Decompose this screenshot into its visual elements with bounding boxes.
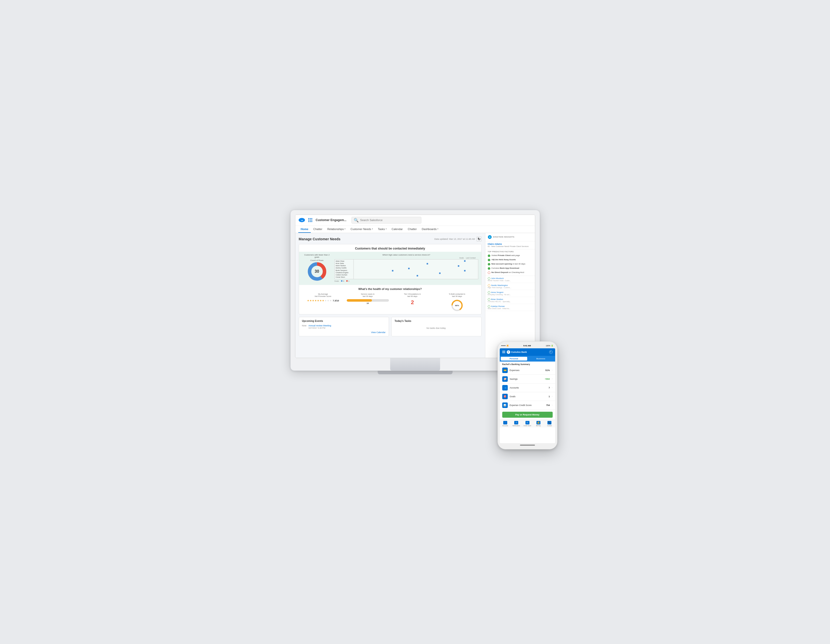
nav-relationships[interactable]: Relationships ▾ — [325, 226, 348, 233]
nav-chatter2[interactable]: Chatter — [405, 226, 419, 233]
view-calendar-link[interactable]: View Calendar — [302, 331, 386, 334]
tab-toggle: Personal Business — [500, 356, 555, 362]
scatter-x-label: Goals — [459, 257, 464, 259]
credit-value: 754 — [546, 404, 550, 407]
star-10: ★ — [329, 299, 332, 302]
phone-time: 9:41 AM — [523, 345, 531, 347]
hamburger-menu[interactable] — [502, 351, 505, 353]
scatter-name-5: Burke Sampson — [336, 269, 352, 271]
scatter-name-4: Aubrey Castillo — [336, 267, 352, 269]
contact-name-1[interactable]: John Murdoch — [491, 277, 504, 280]
search-icon: 🔍 — [354, 218, 359, 223]
banking-row-savings: 🐖 Savings +$50 › — [500, 375, 555, 383]
donut-count-label: Count of Rows — [302, 259, 332, 261]
phone-screen: ⚙ Cumulus Bank ↻ Personal Business Rac — [500, 348, 555, 443]
goals-value: 1 — [549, 395, 550, 398]
scatter-dot — [464, 270, 466, 272]
accounts-label: Accounts — [510, 386, 546, 389]
einstein-contact-sub: 92 - New Customer Need! Private Client S… — [488, 245, 532, 247]
scatter-labels: Goals Last Contact — [334, 257, 478, 259]
nav-accounts-label: Accounts — [502, 425, 508, 426]
expenses-icon: 💳 — [502, 367, 508, 373]
goals-icon: 🎯 — [502, 394, 508, 399]
bank-icon: ⚙ — [507, 350, 510, 354]
nav-tasks[interactable]: Tasks ▾ — [375, 226, 389, 233]
savings-label: Savings — [510, 378, 543, 380]
scene: ☁ Customer Engagem... 🔍 — [278, 210, 553, 434]
banking-summary-title: Rachel's Banking Summary — [500, 362, 555, 366]
star-5: ★ — [317, 299, 319, 302]
phone-nav-accounts[interactable]: 👤 Accounts — [500, 421, 511, 426]
einstein-sidebar: ✦ EINSTEIN INSIGHTS Claire Adams 92 - Ne… — [485, 233, 535, 358]
health-section: What's the health of my customer relatio… — [299, 285, 481, 314]
nav-chatter[interactable]: Chatter — [311, 226, 325, 233]
factor-text-3: New account opening in last 30 days — [491, 263, 526, 265]
legend-item-1: 1 — [346, 280, 350, 282]
scatter-name-3: Asher Newton — [336, 265, 352, 266]
phone-battery: 100% 🔋 — [546, 345, 554, 347]
circular-progress: 66% — [451, 299, 463, 312]
scatter-dot — [464, 260, 466, 262]
expenses-chevron: › — [552, 369, 553, 371]
nav-dashboards[interactable]: Dashboards ▾ — [419, 226, 441, 233]
factor-icon-2 — [488, 259, 490, 261]
phone-nav-credit[interactable]: ⊙ Credit Score — [522, 421, 533, 426]
factor-text-2: >$2.0m Held Away Assets — [491, 258, 516, 261]
app-menu-icon[interactable]: ↻ — [549, 350, 553, 354]
contact-name-3[interactable]: Anna Yevgeni — [491, 291, 504, 293]
search-input[interactable] — [360, 218, 419, 222]
nav-notif-label: Notifications — [512, 425, 520, 426]
refresh-button[interactable]: ↻ — [477, 237, 482, 242]
app-header-left: ⚙ Cumulus Bank — [502, 350, 527, 354]
tab-business[interactable]: Business — [528, 357, 554, 361]
app-switcher[interactable]: Customer Engagem... — [308, 218, 348, 222]
factor-icon-4 — [488, 267, 490, 270]
event-link[interactable]: Annual review Meeting — [309, 324, 331, 327]
hamburger-line — [502, 351, 505, 351]
status-icon-5 — [488, 305, 490, 308]
nav-home[interactable]: Home — [298, 226, 311, 233]
star-3: ★ — [312, 299, 314, 302]
scatter-dot — [427, 263, 428, 264]
pay-request-button[interactable]: Pay or Request Money — [502, 412, 553, 418]
phone-nav-contact[interactable]: 📞 Contact — [544, 421, 555, 426]
main-nav: Home Chatter Relationships ▾ Customer Ne… — [295, 226, 535, 233]
tasks-card: Today's Tasks No tasks due today. — [391, 317, 482, 336]
contact-name-2[interactable]: Noelle Washington — [491, 284, 508, 286]
grid-icon — [308, 218, 312, 222]
phone-nav-billpay[interactable]: 💰 Bill Pay — [533, 421, 544, 426]
phone-nav-notifications[interactable]: ⚠ Notifications — [511, 421, 522, 426]
contact-name-5[interactable]: Katelyn Roman — [491, 305, 505, 307]
scatter-name-1: Aidan Shaw — [336, 260, 352, 262]
banking-row-accounts: 👥 Accounts 7 › — [500, 383, 555, 392]
tasks-title: Today's Tasks — [394, 320, 478, 322]
banking-row-credit: 📊 Experian Credit Score 754 › — [500, 401, 555, 410]
content-area: Manage Customer Needs Data updated: Mar … — [295, 233, 485, 358]
contact-sub-2: High Yield Savings - Custom... — [488, 287, 532, 288]
main-content: Manage Customer Needs Data updated: Mar … — [295, 233, 535, 358]
svg-text:✦: ✦ — [489, 236, 491, 239]
star-1: ★ — [307, 299, 309, 302]
nav-calendar[interactable]: Calendar — [389, 226, 405, 233]
einstein-contact: Claire Adams 92 - New Customer Need! Pri… — [485, 241, 535, 249]
event-item: Now Annual review Meeting 3/27/2017 4:30… — [302, 324, 386, 329]
star-7: ★ — [322, 299, 324, 302]
factor-5: No Direct Deposit on Checking Acct — [485, 271, 535, 275]
star-8: ★ — [325, 299, 327, 302]
einstein-contact-name[interactable]: Claire Adams — [488, 243, 532, 245]
search-bar[interactable]: 🔍 — [352, 217, 421, 223]
escalations-value: 2 — [391, 299, 434, 305]
progress-value: 10 — [347, 302, 389, 304]
contact-name-4[interactable]: Brian Shelton — [491, 298, 503, 301]
bob-label: % BoB contacted inlast 30 days — [436, 293, 478, 298]
nav-customer-needs[interactable]: Customer Needs ▾ — [348, 226, 375, 233]
donut-label: Customers with fewer than 2 goals — [302, 254, 332, 258]
nav-accounts-icon: 👤 — [503, 421, 507, 424]
status-icon-1 — [488, 277, 490, 280]
mobile-phone: ●●●●● 📶 9:41 AM 100% 🔋 — [497, 341, 558, 449]
page-title: Manage Customer Needs — [299, 237, 341, 241]
factor-icon-1 — [488, 255, 490, 257]
tab-personal[interactable]: Personal — [501, 357, 527, 361]
event-time: Now — [302, 324, 307, 327]
contact-sub-4: Cumulus HELOC - Specialty... — [488, 301, 532, 302]
